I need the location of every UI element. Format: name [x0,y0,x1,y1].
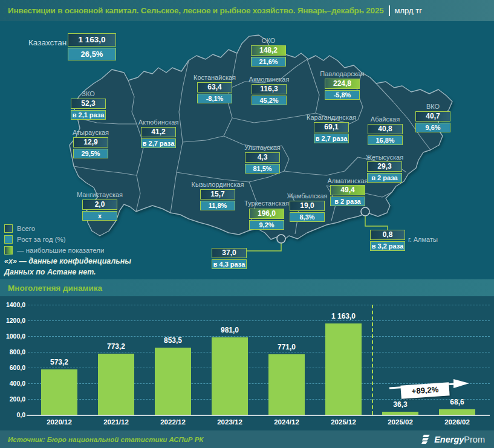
region-label: Актюбинская [107,118,210,126]
region-growth: в 2,1 раза [71,110,106,120]
bar-value-label: 1 163,0 [316,312,371,320]
unit-label: млрд тг [395,6,422,15]
country-label: Казахстан [28,38,67,47]
region-value: 19,0 [290,201,325,211]
bar-2026-02 [439,409,475,415]
legend-swatch-highlight [4,246,13,255]
region-label: ВКО [382,103,484,110]
legend-swatch-total [4,224,13,233]
gridline [28,336,490,337]
shymkent-connector [245,243,281,251]
note-astana: Данных по Астане нет. [4,267,131,278]
region-value: 49,4 [330,185,365,195]
region-growth: 9,2% [249,220,284,230]
gridline [28,305,490,305]
region-growth: x [82,211,117,221]
map-notes: «х» — данные конфиденциальны Данных по А… [4,256,131,278]
y-axis-tick: 1000,0 [0,333,25,340]
region-growth: 8,3% [290,212,325,222]
growth-annotation: +89,2% [400,382,449,399]
bar-value-label: 771,0 [259,343,314,351]
region-value: 41,2 [141,127,176,137]
title-separator [389,5,390,16]
x-axis-tick: 2025/02 [372,418,429,426]
energyprom-logo: EnergyProm [421,434,485,444]
x-axis-tick: 2021/12 [88,418,145,426]
x-axis-tick: 2025/12 [315,418,372,426]
region-label: Мангистауская [48,191,151,198]
y-axis-tick: 1400,0 [0,301,25,308]
region-growth: в 4,3 раза [212,259,247,269]
footer-bar: Источник: Бюро национальной статистики А… [0,430,494,448]
legend-row-total: Всего [4,223,104,233]
legend-label: Рост за год (%) [17,236,66,243]
region-label: Атырауская [39,129,142,136]
region-value: 224,8 [325,79,360,89]
bar-value-label: 36,3 [373,400,427,409]
region-boxes: 19,08,3% [290,201,325,222]
bar-2025-02 [382,412,418,415]
y-axis-tick: 1200,0 [0,317,25,324]
source-text: Источник: Бюро национальной статистики А… [8,436,203,443]
region-label: Павлодарская [291,70,394,77]
region-value: 29,3 [367,161,402,172]
region-boxes: 0,8в 3,2 раза [370,230,405,251]
region-boxes: 116,345,2% [252,84,287,105]
x-axis-tick: 2020/12 [31,418,88,426]
region-value: 0,8 [370,230,405,240]
legend-row-growth: Рост за год (%) [4,234,104,244]
region-boxes: 40,79,6% [415,111,450,132]
region-growth: 81,5% [245,164,280,174]
bar-value-label: 773,2 [89,342,143,351]
legend-row-highlight: — наибольшие показатели [4,245,104,255]
y-axis-tick: 800,0 [0,348,25,355]
region-boxes: 4,381,5% [245,152,280,174]
bar-2020-12 [41,369,77,415]
x-axis-line [27,415,490,416]
brand-prom: Prom [464,435,485,444]
region-label: Жетысуская [333,154,436,161]
y-axis-tick: 400,0 [0,380,25,387]
country-growth: 26,5% [68,48,116,60]
country-value: 1 163,0 [68,33,116,47]
y-axis-tick: 0,0 [0,411,25,418]
chart-section-header: Многолетняя динамика [0,279,494,296]
region-growth: в 2 раза [367,173,402,183]
x-axis-tick: 2024/12 [258,418,315,426]
region-boxes: 49,4в 2 раза [330,185,365,206]
region-boxes: 37,0в 4,3 раза [212,248,247,269]
region-boxes: 29,3в 2 раза [367,161,402,183]
x-axis-tick: 2023/12 [201,418,258,426]
region-growth: в 2,7 раза [314,134,349,143]
gridline [28,368,490,368]
brand-energy: Energy [434,435,464,444]
region-boxes: 63,4-8,1% [197,82,232,103]
bar-2025-12 [325,323,362,415]
header-bar: Инвестиции в основной капитал. Сельское,… [0,0,494,21]
region-growth: 21,6% [251,57,286,67]
legend-label: Всего [17,225,35,232]
bar-chart: +89,2% 0,0200,0400,0600,0800,01000,01200… [0,296,494,430]
region-value: 69,1 [314,122,349,132]
region-label: Кызылординская [166,181,269,188]
energyprom-icon [421,434,431,444]
region-boxes: 2,0x [82,200,117,221]
region-boxes: 52,3в 2,1 раза [71,99,106,120]
region-value: 37,0 [212,248,247,258]
legend-label: — наибольшие показатели [17,247,104,254]
region-value: 12,9 [73,137,108,148]
page-title: Инвестиции в основной капитал. Сельское,… [8,6,384,15]
region-value: 2,0 [82,200,117,210]
region-growth: -5,8% [325,90,360,100]
x-axis-tick: 2022/12 [145,418,201,426]
region-value: 148,2 [251,45,286,56]
y-axis-tick: 600,0 [0,364,25,371]
region-boxes: 41,2в 2,7 раза [141,127,176,148]
gridline [28,399,490,400]
region-boxes: 69,1в 2,7 раза [314,122,349,143]
almaty-city-marker [361,207,369,216]
region-value: 52,3 [71,99,106,109]
region-boxes: 196,09,2% [249,209,284,230]
gridline [28,352,490,352]
region-value: 40,8 [368,124,403,134]
